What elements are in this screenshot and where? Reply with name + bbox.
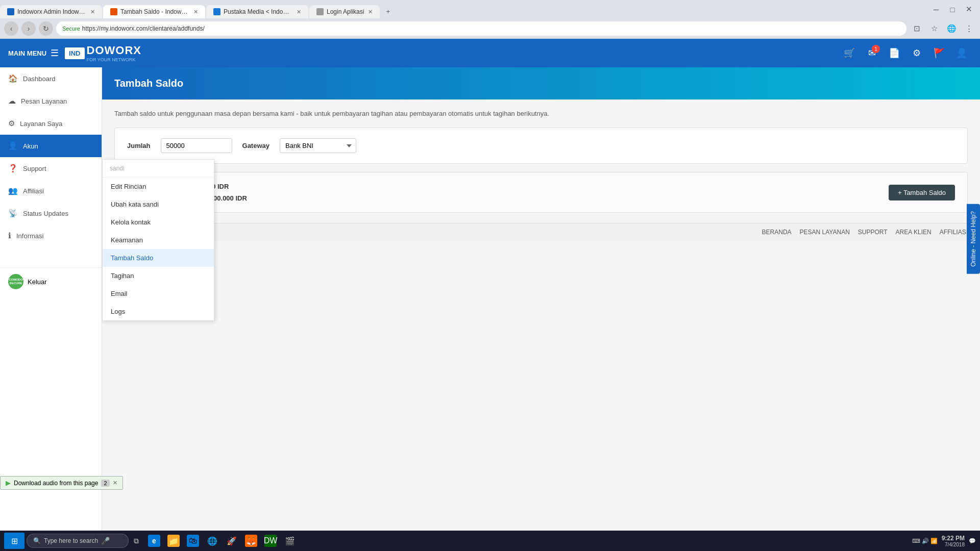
download-audio-close-button[interactable]: ✕ bbox=[113, 480, 117, 486]
sidebar-label-informasi: Informasi bbox=[16, 232, 43, 240]
submenu-tambah-saldo[interactable]: Tambah Saldo bbox=[103, 249, 214, 267]
menu-icon[interactable]: ⋮ bbox=[962, 21, 976, 36]
status-icon: 📡 bbox=[8, 209, 18, 218]
tab-title-2: Tambah Saldo - Indoworx bbox=[120, 8, 189, 15]
tambah-saldo-button[interactable]: + Tambah Saldo bbox=[889, 185, 955, 201]
tab-2[interactable]: Tambah Saldo - Indoworx ✕ bbox=[103, 5, 205, 18]
back-button[interactable]: ‹ bbox=[4, 21, 18, 36]
reload-button[interactable]: ↻ bbox=[39, 21, 53, 36]
footer-link-support[interactable]: SUPPORT bbox=[858, 229, 888, 236]
sidebar-label-pesan-layanan: Pesan Layanan bbox=[21, 97, 67, 105]
settings-icon[interactable]: ⚙ bbox=[906, 43, 927, 63]
taskbar-apps: e 📁 🛍 🌐 🚀 🦊 DW 🎬 bbox=[145, 532, 299, 550]
jumlah-input[interactable] bbox=[161, 138, 232, 153]
main-content: Tambah Saldo Tambah saldo untuk pengguna… bbox=[102, 67, 980, 551]
flag-icon[interactable]: 🚩 bbox=[929, 43, 949, 63]
notification-badge: 1 bbox=[872, 45, 880, 53]
toolbar-icons: ⊡ ☆ 🌐 ⋮ bbox=[910, 21, 976, 36]
navbar-icons: 🛒 ✉ 1 📄 ⚙ 🚩 👤 bbox=[839, 43, 972, 63]
play-icon: ▶ bbox=[6, 479, 11, 487]
maximize-button[interactable]: □ bbox=[945, 2, 960, 16]
submenu-email[interactable]: Email bbox=[103, 285, 214, 303]
submenu-keamanan[interactable]: Keamanan bbox=[103, 231, 214, 249]
taskbar-tray: ⌨ 🔊 📶 9:22 PM 7/4/2018 💬 bbox=[912, 535, 976, 547]
sidebar-item-informasi[interactable]: ℹ Informasi bbox=[0, 224, 102, 247]
tab-3[interactable]: Pustaka Media < Indowo... ✕ bbox=[206, 5, 308, 18]
extension-icon[interactable]: 🌐 bbox=[944, 21, 959, 36]
close-browser-button[interactable]: ✕ bbox=[962, 2, 976, 16]
taskbar-app5[interactable]: 🚀 bbox=[223, 532, 241, 550]
footer-link-affiliasi[interactable]: AFFILIASI bbox=[940, 229, 968, 236]
tab-add-button[interactable]: + bbox=[381, 5, 395, 18]
sidebar-item-layanan-saya[interactable]: ⚙ Layanan Saya bbox=[0, 112, 102, 135]
taskbar-store-app[interactable]: 🛍 bbox=[184, 532, 202, 550]
sidebar-item-support[interactable]: ❓ Support bbox=[0, 157, 102, 180]
mic-icon[interactable]: 🎤 bbox=[101, 537, 110, 545]
cart-icon[interactable]: 🛒 bbox=[839, 43, 860, 63]
start-button[interactable]: ⊞ bbox=[4, 533, 24, 549]
submenu-tagihan[interactable]: Tagihan bbox=[103, 267, 214, 285]
logout-area[interactable]: COMODOSECURE Keluar bbox=[0, 267, 102, 295]
help-tab[interactable]: Online - Need Help? bbox=[967, 204, 980, 274]
taskbar-explorer-app[interactable]: 📁 bbox=[164, 532, 183, 550]
tab-title-3: Pustaka Media < Indowo... bbox=[224, 8, 292, 15]
secure-label: Secure bbox=[62, 26, 80, 32]
sidebar-item-akun[interactable]: 👤 Akun bbox=[0, 135, 102, 157]
gateway-label: Gateway bbox=[242, 142, 270, 149]
submenu-ubah-kata-sandi[interactable]: Ubah kata sandi bbox=[103, 195, 214, 213]
taskbar-dw-app[interactable]: DW bbox=[261, 532, 280, 550]
brand-logo: IND DOWORX FOR YOUR NETWORK bbox=[65, 44, 141, 62]
content-area: Tambah saldo untuk penggunaan masa depan… bbox=[102, 99, 980, 223]
translate-icon[interactable]: ⊡ bbox=[910, 21, 924, 36]
store-icon: 🛍 bbox=[187, 535, 199, 547]
footer-link-beranda[interactable]: BERANDA bbox=[762, 229, 792, 236]
submenu-logs[interactable]: Logs bbox=[103, 303, 214, 320]
tab-4[interactable]: Login Aplikasi ✕ bbox=[309, 5, 380, 18]
bookmark-icon[interactable]: ☆ bbox=[927, 21, 941, 36]
taskbar-time: 9:22 PM 7/4/2018 bbox=[942, 535, 965, 547]
messages-icon[interactable]: ✉ 1 bbox=[862, 43, 882, 63]
chrome-icon: 🌐 bbox=[206, 535, 218, 547]
tab-1[interactable]: Indoworx Admin Indowo... ✕ bbox=[0, 5, 102, 18]
gateway-select[interactable]: Bank BNI Bank BCA Bank Mandiri Bank BRI bbox=[280, 138, 356, 153]
taskbar-search[interactable]: 🔍 Type here to search 🎤 bbox=[27, 534, 129, 548]
form-panel: Jumlah Gateway Bank BNI Bank BCA Bank Ma… bbox=[114, 128, 968, 164]
app5-icon: 🚀 bbox=[226, 535, 238, 547]
minimize-button[interactable]: ─ bbox=[929, 2, 943, 16]
user-icon[interactable]: 👤 bbox=[951, 43, 972, 63]
sidebar-label-dashboard: Dashboard bbox=[23, 75, 56, 83]
sidebar-label-akun: Akun bbox=[23, 142, 38, 150]
taskbar-ie-app[interactable]: e bbox=[145, 532, 163, 550]
tab-close-1[interactable]: ✕ bbox=[90, 9, 95, 15]
sidebar-item-dashboard[interactable]: 🏠 Dashboard bbox=[0, 67, 102, 90]
tab-close-3[interactable]: ✕ bbox=[297, 9, 301, 15]
tab-close-2[interactable]: ✕ bbox=[193, 9, 198, 15]
forward-button[interactable]: › bbox=[21, 21, 36, 36]
taskview-icon[interactable]: ⧉ bbox=[134, 537, 139, 545]
dashboard-icon: 🏠 bbox=[8, 74, 18, 83]
submenu-kelola-kontak[interactable]: Kelola kontak bbox=[103, 213, 214, 231]
footer-link-area-klien[interactable]: AREA KLIEN bbox=[896, 229, 932, 236]
taskbar-clock: 9:22 PM bbox=[942, 535, 965, 542]
submenu-edit-rincian[interactable]: Edit Rincian bbox=[103, 178, 214, 195]
tab-close-4[interactable]: ✕ bbox=[368, 9, 373, 15]
sidebar-item-affiliasi[interactable]: 👥 Affiliasi bbox=[0, 180, 102, 202]
page-header: Tambah Saldo bbox=[102, 67, 980, 99]
docs-icon[interactable]: 📄 bbox=[884, 43, 904, 63]
support-icon: ❓ bbox=[8, 164, 18, 173]
address-bar[interactable]: Secure https://my.indoworx.com/clientare… bbox=[56, 21, 906, 36]
hamburger-icon[interactable]: ☰ bbox=[51, 47, 59, 59]
info-panel: Minimum Deposit: Rp50.000 IDR Maksimum D… bbox=[114, 172, 968, 213]
taskbar-date: 7/4/2018 bbox=[942, 542, 965, 547]
notification-center-icon[interactable]: 💬 bbox=[969, 538, 976, 544]
explorer-icon: 📁 bbox=[167, 535, 180, 547]
taskbar-chrome-app[interactable]: 🌐 bbox=[203, 532, 222, 550]
informasi-icon: ℹ bbox=[8, 231, 11, 240]
tab-title-4: Login Aplikasi bbox=[327, 8, 364, 15]
taskbar-video-app[interactable]: 🎬 bbox=[281, 532, 299, 550]
sidebar-item-status-updates[interactable]: 📡 Status Updates bbox=[0, 202, 102, 224]
taskbar-app6[interactable]: 🦊 bbox=[242, 532, 260, 550]
tray-icons: ⌨ 🔊 📶 bbox=[912, 538, 938, 544]
footer-link-pesan-layanan[interactable]: PESAN LAYANAN bbox=[800, 229, 850, 236]
sidebar-item-pesan-layanan[interactable]: ☁ Pesan Layanan bbox=[0, 90, 102, 112]
